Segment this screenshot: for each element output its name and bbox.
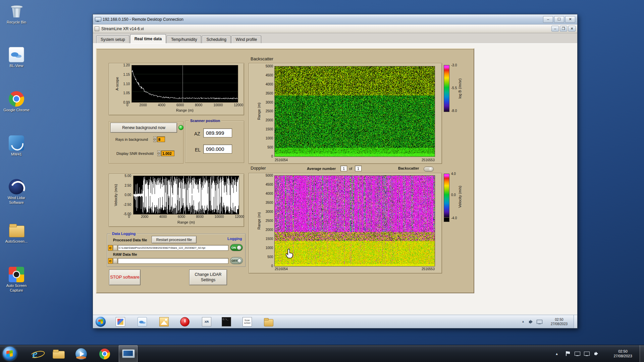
desktop-icon-recycle-bin[interactable]: Recycle Bin [1, 3, 32, 25]
session-taskbar: XR C:\_ Scan sched ▲ 02:50 27/08/2023 [93, 315, 577, 328]
taskbar-explorer-button[interactable] [50, 345, 67, 362]
session-taskbar-scan-sched-icon[interactable]: Scan sched [243, 317, 252, 326]
display-icon[interactable] [574, 351, 580, 357]
session-clock[interactable]: 02:50 27/08/2023 [546, 317, 573, 326]
raw-logging-toggle[interactable]: OFF [230, 257, 243, 264]
snr-spinner[interactable]: ▲▼ [157, 150, 160, 156]
app-titlebar[interactable]: StreamLine XR v14-6.vi – ❐ ✕ [93, 24, 577, 33]
session-show-desktop-button[interactable] [574, 315, 577, 328]
session-taskbar-blview-icon[interactable] [138, 317, 147, 326]
doppler-plot-area[interactable] [275, 176, 435, 266]
backscatter-plot-area[interactable] [275, 66, 435, 157]
session-start-button[interactable] [96, 317, 106, 327]
rdp-titlebar[interactable]: 192.168.0.150 - Remote Desktop Connectio… [93, 14, 577, 24]
tick-label: 4500 [266, 74, 273, 77]
session-network-icon[interactable] [536, 319, 542, 325]
backscatter-x-end: 2516553 [422, 159, 435, 162]
desktop-icon-label: BL-View [1, 64, 32, 68]
el-value-field[interactable]: 090.000 [203, 144, 232, 154]
tick-label: 5000 [266, 65, 273, 68]
average-count-field[interactable]: 1 [355, 166, 362, 171]
toggle-knob [237, 245, 241, 250]
rays-spinner[interactable]: ▲▼ [153, 136, 156, 142]
explorer-folder-icon [52, 349, 64, 359]
rdp-icon [95, 17, 101, 22]
desktop-icon-autoscreen[interactable]: AutoScreen... [1, 223, 32, 244]
desktop-icon-mw41[interactable]: MW41 [1, 135, 32, 157]
drive-icon[interactable]: C [108, 258, 113, 264]
velocity-x-ticks: 020004000600080001000012000 [128, 215, 244, 219]
session-tray-arrow-icon[interactable]: ▲ [522, 320, 525, 323]
stop-software-button[interactable]: STOP software [109, 269, 141, 285]
backscatter-toggle[interactable] [424, 167, 434, 172]
toggle-knob [429, 167, 433, 171]
velocity-y-ticks: 5.002.500.00-2.50-5.00 [120, 174, 131, 216]
tab-system-setup[interactable]: System setup [96, 36, 129, 43]
raw-path-field[interactable] [118, 258, 228, 264]
drive-icon[interactable]: C [108, 245, 113, 251]
rays-value-field[interactable]: 8 [157, 136, 165, 142]
tick-label: 0.00 [125, 193, 131, 197]
app-restore-button[interactable]: ❐ [560, 26, 567, 32]
renew-background-button[interactable]: Renew background now [110, 123, 177, 133]
taskbar-media-player-button[interactable] [72, 345, 90, 362]
taskbar-rdp-button-active[interactable] [119, 345, 138, 362]
host-show-desktop-button[interactable] [640, 345, 644, 362]
action-center-flag-icon[interactable] [565, 351, 571, 357]
browse-icon[interactable]: … [113, 258, 117, 264]
desktop-icon-auto-screen-capture[interactable]: Auto Screen Capture [1, 267, 32, 293]
rdp-close-button[interactable]: ✕ [565, 16, 575, 23]
session-taskbar-paint-icon[interactable] [116, 317, 125, 326]
browse-icon[interactable]: … [113, 245, 117, 251]
tick-label: 2000 [140, 104, 147, 107]
tab-scheduling[interactable]: Scheduling [202, 36, 230, 43]
ascope-x-axis-label: Range (m) [132, 108, 238, 112]
desktop-icon-label: Auto Screen Capture [1, 284, 32, 293]
session-taskbar-folder-icon[interactable] [264, 317, 273, 326]
processed-logging-toggle[interactable]: ON [230, 244, 243, 251]
velocity-x-axis-label: Range (m) [133, 220, 239, 224]
ascope-plot-area[interactable] [132, 65, 238, 102]
ascope-x-ticks: 020004000600080001000012000 [126, 104, 243, 107]
session-taskbar-xr-icon[interactable]: XR [202, 317, 211, 326]
session-taskbar-stop-icon[interactable] [180, 317, 190, 326]
desktop-icon-wind-lidar[interactable]: Wind Lidar Software [1, 179, 32, 205]
rdp-minimize-button[interactable]: – [543, 16, 553, 23]
taskbar-ie-button[interactable]: e [26, 345, 44, 362]
app-minimize-button[interactable]: – [551, 26, 559, 32]
tab-wind-profile[interactable]: Wind profile [231, 36, 261, 43]
taskbar-chrome-button[interactable] [96, 345, 113, 362]
processed-path-field[interactable]: C:\Lidar\Data\Proc\2023\202308\20230827\… [118, 245, 228, 251]
az-value-field[interactable]: 089.999 [203, 128, 232, 137]
host-start-button[interactable] [3, 347, 17, 361]
chrome-icon [99, 349, 110, 359]
host-tray-arrow-icon[interactable]: ▲ [555, 352, 558, 356]
rdp-maximize-button[interactable]: ☐ [554, 16, 564, 23]
app-close-button[interactable]: ✕ [568, 26, 576, 32]
ascope-graph: A-scope 1.201.151.101.050.99 02000400060… [109, 63, 244, 115]
desktop-icon-bl-view[interactable]: BL-View [1, 47, 32, 68]
velocity-y-axis-label: Velocity (m/s) [113, 176, 118, 214]
desktop-icon-label: Wind Lidar Software [1, 196, 32, 205]
background-controls-group: Renew background now Rays in background … [109, 121, 183, 164]
session-taskbar-cmd-icon[interactable]: C:\_ [222, 317, 231, 326]
tab-real-time-data[interactable]: Real time data [130, 34, 166, 43]
desktop-icon-google-chrome[interactable]: Google Chrome [1, 91, 32, 113]
wind-lidar-icon [9, 179, 24, 194]
change-lidar-settings-button[interactable]: Change LiDAR Settings [189, 269, 227, 285]
app-title: StreamLine XR v14-6.vi [101, 26, 550, 31]
tick-label: 3500 [266, 92, 273, 95]
toggle-on-label: ON [231, 246, 236, 249]
tab-temp-humidity[interactable]: Temp/humidity [167, 36, 201, 43]
snr-value-field[interactable]: 1.002 [161, 150, 174, 156]
speaker-icon[interactable] [594, 351, 600, 357]
host-clock[interactable]: 02:50 27/08/2023 [608, 349, 638, 359]
ie-icon: e [32, 348, 37, 360]
average-number-field[interactable]: 1 [340, 166, 347, 171]
restart-processed-file-button[interactable]: Restart processed file [152, 236, 197, 243]
session-taskbar-viewer-icon[interactable] [159, 317, 169, 326]
network-icon[interactable] [584, 351, 590, 357]
doppler-x-start: 2516054 [275, 267, 288, 271]
velocity-plot-area[interactable] [133, 176, 239, 214]
session-speaker-icon[interactable] [528, 319, 534, 325]
